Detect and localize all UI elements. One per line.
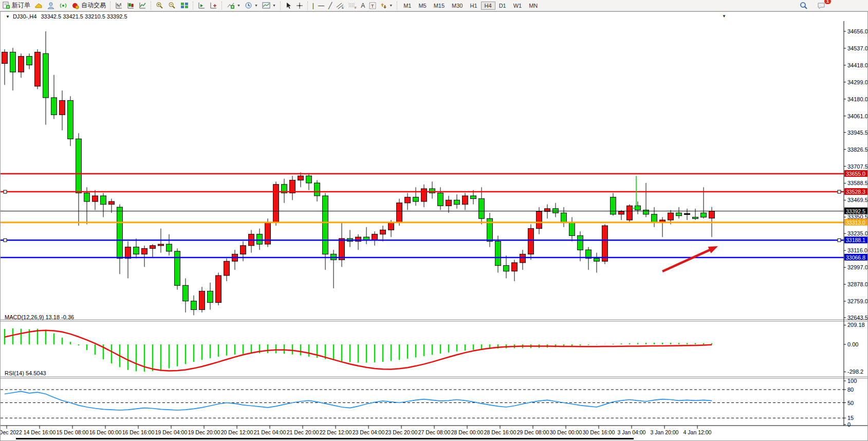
candle-body [150,246,156,249]
search-button[interactable] [798,1,810,11]
candle-body [413,197,419,201]
toolbar-separator [307,2,308,10]
candle-chart-button[interactable] [125,1,137,11]
doji-dash-candle [684,213,690,215]
timeframe-mn-button[interactable]: MN [525,2,541,10]
tile-windows-button[interactable] [178,1,191,11]
price-badge-label: 33655.0 [846,171,865,177]
trendline-tool-button[interactable]: ╱ [326,1,334,11]
channel-icon: E [336,2,344,9]
bar-chart-button[interactable] [113,1,125,11]
bar-chart-icon [115,2,123,9]
dropdown-caret-icon: ▼ [389,4,393,7]
chart-window: ▼ DJ30-,H4 33342.5 33421.5 33210.5 33392… [0,11,868,441]
timeframe-w1-button[interactable]: W1 [510,2,526,10]
time-axis-label: 16 Dec 00:00 [89,429,122,435]
candle-body [208,291,213,302]
candle-body [709,211,715,218]
text-label-tool-button[interactable]: T [367,1,378,11]
timeframe-d1-button[interactable]: D1 [495,2,510,10]
candle-body [315,183,320,196]
time-axis-label: 19 Dec 04:00 [155,429,188,435]
price-badge-label: 33188.1 [846,237,865,243]
candle-body [668,213,674,220]
candle-body [693,217,698,219]
timeframe-m30-button[interactable]: M30 [448,2,466,10]
crosshair-tool-button[interactable] [294,1,305,11]
chart-wizard-icon [34,2,43,9]
chart-shift-marker-icon[interactable]: ▼ [722,14,726,19]
line-selection-handle[interactable] [4,238,7,242]
chart-shift-button[interactable] [196,1,208,11]
candle-body [290,180,296,193]
signals-button[interactable] [57,1,69,11]
candle-body [257,234,263,244]
equidistant-channel-tool-button[interactable]: E [334,1,346,11]
candle-body [10,52,16,72]
candle-body [643,210,649,214]
candle-body [380,230,386,234]
fibonacci-icon: F [348,2,357,9]
templates-button[interactable]: ▼ [260,1,278,11]
timeframe-m5-button[interactable]: M5 [415,2,430,10]
svg-text:T: T [371,4,374,9]
timeframe-h1-button[interactable]: H1 [467,2,481,10]
candle-body [167,244,172,251]
timeframe-h4-button[interactable]: H4 [481,2,495,10]
timeframe-m15-button[interactable]: M15 [430,2,448,10]
candle-body [175,251,180,285]
indicators-button[interactable]: ▼ [225,1,243,11]
candle-body [463,196,468,205]
candle-body [594,259,600,262]
candle-body [561,213,567,223]
periods-button[interactable]: ▼ [243,1,260,11]
price-axis-label: 33826.5 [847,146,867,153]
new-order-button[interactable]: 新订单 [0,1,32,11]
time-axis-label: 23 Dec 20:00 [385,429,418,435]
price-axis-label: 33945.5 [847,130,867,136]
candle-body [199,291,205,309]
notifications-button[interactable]: 1 [815,1,828,11]
fibonacci-tool-button[interactable]: F [346,1,359,11]
template-icon [262,2,270,9]
candle-body [512,263,518,271]
auto-scroll-button[interactable] [208,1,219,11]
time-axis-label: 21 Dec 04:00 [254,429,286,435]
line-chart-button[interactable] [137,1,149,11]
candle-body [306,176,312,183]
crosshair-icon [296,2,303,9]
new-order-icon [2,2,10,9]
text-tool-button[interactable]: A [359,1,367,11]
signals-icon [59,2,67,9]
timeframe-m1-button[interactable]: M1 [400,2,415,10]
line-selection-handle[interactable] [838,190,841,193]
zoom-out-button[interactable] [166,1,178,11]
time-axis-label: 3 Jan 20:00 [651,429,679,435]
price-axis-label: 34299.0 [847,79,867,85]
autotrade-button[interactable]: 自动交易 [69,1,108,11]
line-selection-handle[interactable] [4,190,7,193]
candle-body [602,226,608,261]
candle-body [553,209,559,213]
candle-body [158,244,164,246]
chart-wizard-button[interactable] [32,1,45,11]
time-axis-label: 19 Dec 20:00 [188,429,220,435]
profile-button[interactable] [45,1,57,11]
autotrade-icon [71,2,80,9]
cursor-tool-button[interactable] [283,1,294,11]
zoom-in-button[interactable] [154,1,166,11]
horizontal-line-tool-button[interactable]: — [316,1,326,11]
line-selection-handle[interactable] [838,238,841,242]
indicators-icon [227,2,235,9]
toolbar-separator [151,2,152,10]
docked-panel-edge [16,438,634,439]
chart-canvas[interactable]: 34656.034537.034418.034299.034180.034061… [1,21,867,439]
symbol-dropdown-icon[interactable]: ▼ [6,14,10,19]
tile-windows-icon [180,2,189,9]
vertical-line-tool-button[interactable]: | [310,1,316,11]
candle-body [93,196,98,201]
arrows-tool-button[interactable]: ▼ [378,1,395,11]
chart-title-symbol: DJ30-,H4 [13,13,36,20]
chart-title-bar[interactable]: ▼ DJ30-,H4 33342.5 33421.5 33210.5 33392… [1,12,867,21]
price-axis-label: 32759.0 [847,298,867,304]
